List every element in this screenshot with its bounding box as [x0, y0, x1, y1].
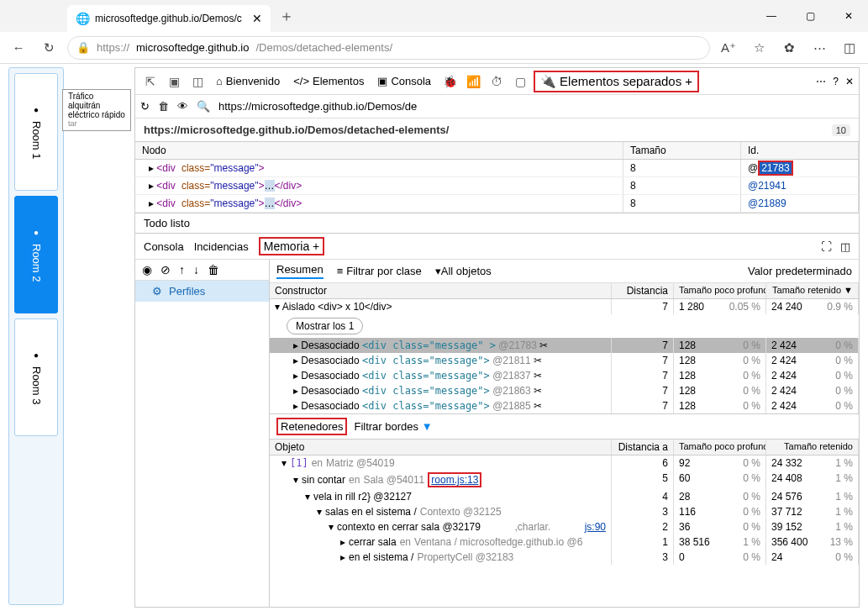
home-icon: ⌂: [216, 75, 223, 87]
refresh-button[interactable]: ↻: [37, 36, 60, 60]
bug-icon[interactable]: 🐞: [439, 75, 460, 88]
globe-icon: 🌐: [76, 12, 90, 25]
room-2[interactable]: Room 2: [14, 196, 58, 313]
minimize-button[interactable]: —: [752, 0, 791, 32]
gc-icon[interactable]: 🗑: [208, 263, 219, 276]
table-row[interactable]: ▸ <div class="message">…</div>8@21941: [135, 177, 859, 195]
memory-row[interactable]: ▸ Desasociado <div class="message"> @218…: [270, 368, 859, 383]
status-bar: Todo listo: [135, 213, 859, 234]
down-icon[interactable]: ↓: [193, 263, 199, 276]
tab-resumen[interactable]: Resumen: [276, 263, 324, 279]
source-link[interactable]: room.js:13: [428, 472, 481, 487]
show-button[interactable]: Mostrar los 1: [287, 318, 363, 334]
up-icon[interactable]: ↑: [179, 263, 185, 276]
room-3[interactable]: Room 3: [14, 319, 58, 436]
extensions-icon[interactable]: ✿: [777, 36, 801, 60]
devtools-tabs: ⇱ ▣ ◫ ⌂Bienvenido </>Elementos ▣Consola …: [135, 68, 859, 95]
devtools-toolbar: ↻ 🗑 👁 🔍 https://microsoftedge.github.io/…: [135, 95, 859, 118]
eye-icon[interactable]: 👁: [177, 100, 188, 113]
perf-icon[interactable]: ⏱: [487, 75, 507, 88]
retainer-row[interactable]: ▸ en el sistema / PropertyCell @32183300…: [270, 550, 859, 565]
app-icon[interactable]: ▢: [510, 75, 530, 88]
wifi-icon[interactable]: 📶: [463, 75, 483, 88]
table-row[interactable]: ▸ <div class="message">8@21783: [135, 160, 859, 177]
tab-incidencias[interactable]: Incidencias: [194, 240, 249, 253]
tooltip: Tráfico alquitrán eléctrico rápidotar: [62, 89, 131, 131]
sub-url: https://microsoftedge.github.io/Demos/de: [218, 100, 417, 113]
menu-icon[interactable]: ⋯: [808, 36, 831, 60]
record-icon[interactable]: ◉: [142, 263, 152, 276]
memory-sidebar: ◉ ⊘ ↑ ↓ 🗑 ⚙ Perfiles: [135, 260, 270, 607]
section-header: https://microsoftedge.github.io/Demos/de…: [135, 118, 859, 136]
drawer-expand-icon[interactable]: ⛶: [821, 240, 832, 253]
tab-elementos[interactable]: </>Elementos: [288, 75, 369, 87]
retainer-row[interactable]: ▾ salas en el sistema / Contexto @321253…: [270, 504, 859, 519]
memory-row[interactable]: ▸ Desasociado <div class="message"> @218…: [270, 353, 859, 368]
back-button[interactable]: ←: [7, 36, 30, 60]
filter-all[interactable]: ▾All objetos: [435, 265, 492, 277]
tab-bienvenido[interactable]: ⌂Bienvenido: [211, 75, 285, 87]
console-icon: ▣: [377, 75, 387, 87]
sort-valor[interactable]: Valor predeterminado: [748, 265, 852, 277]
filter-class[interactable]: Filtrar por clase: [337, 265, 422, 277]
sidebar-icon[interactable]: ◫: [838, 36, 861, 60]
memory-row[interactable]: ▸ Desasociado <div class="message"> @218…: [270, 398, 859, 413]
tab-title: microsoftedge.github.io/Demos/c: [95, 13, 242, 24]
memory-row[interactable]: ▸ Desasociado <div class="message"> @218…: [270, 383, 859, 398]
help-icon[interactable]: ?: [833, 76, 839, 87]
memory-header: Constructor Distancia Tamaño poco profun…: [270, 283, 859, 299]
titlebar: 🌐 microsoftedge.github.io/Demos/c ✕ ＋ — …: [0, 0, 868, 32]
devtools-panel: ⇱ ▣ ◫ ⌂Bienvenido </>Elementos ▣Consola …: [134, 67, 860, 608]
retainer-row[interactable]: ▾ [1] en Matriz @540196920 %24 3321 %: [270, 455, 859, 471]
tab-memoria[interactable]: Memoria +: [259, 237, 325, 255]
url-field[interactable]: 🔒 https://microsoftedge.github.io/Demos/…: [67, 36, 710, 60]
memory-row[interactable]: ▾ Aislado <div> x 10</div> 7 1 2800.05 %…: [270, 299, 859, 314]
close-tab-icon[interactable]: ✕: [252, 12, 262, 25]
delete-icon[interactable]: 🗑: [158, 100, 169, 113]
device-icon[interactable]: ▣: [164, 75, 184, 88]
room-1[interactable]: Room 1: [14, 73, 58, 191]
more-icon[interactable]: ⋯: [816, 76, 826, 87]
retainer-row[interactable]: ▾ vela in rill r2} @321274280 %24 5761 %: [270, 489, 859, 504]
retainers-tabs: Retenedores Filtrar bordes ▼: [270, 413, 859, 440]
profiles-item[interactable]: ⚙ Perfiles: [135, 281, 269, 302]
count-badge: 10: [832, 124, 850, 136]
source-link[interactable]: js:90: [585, 521, 606, 533]
retainer-row[interactable]: ▾ sin contar en Sala @54011 room.js:1356…: [270, 471, 859, 489]
memory-toolbar: Resumen Filtrar por clase ▾All objetos V…: [270, 260, 859, 283]
clear-icon[interactable]: ⊘: [160, 263, 171, 276]
lock-icon: 🔒: [76, 41, 90, 54]
table-row[interactable]: ▸ <div class="message">…</div>8@21889: [135, 195, 859, 213]
filter-edges[interactable]: Filtrar bordes ▼: [354, 420, 432, 433]
search-icon[interactable]: 🔍: [197, 100, 210, 113]
reader-icon[interactable]: A⁺: [717, 36, 740, 60]
retainer-row[interactable]: ▸ cerrar sala en Ventana / microsoftedge…: [270, 534, 859, 550]
page-sidebar: Room 1 Room 2 Room 3: [8, 67, 64, 605]
tab-consola[interactable]: ▣Consola: [372, 75, 436, 87]
reload-icon[interactable]: ↻: [140, 100, 150, 113]
memory-row[interactable]: ▸ Desasociado <div class="message" > @21…: [270, 338, 859, 353]
new-tab-button[interactable]: ＋: [279, 6, 294, 26]
drawer-dock-icon[interactable]: ◫: [840, 240, 850, 253]
dock-icon[interactable]: ◫: [187, 75, 208, 88]
browser-tab[interactable]: 🌐 microsoftedge.github.io/Demos/c ✕: [67, 5, 271, 32]
close-devtools-icon[interactable]: ✕: [845, 76, 854, 87]
settings-icon: ⚙: [152, 285, 162, 297]
plugin-icon: 🔌: [540, 74, 556, 89]
tab-consola-drawer[interactable]: Consola: [144, 240, 184, 253]
drawer-tabs: Consola Incidencias Memoria + ⛶◫: [135, 234, 859, 260]
inspect-icon[interactable]: ⇱: [140, 75, 160, 88]
close-window-button[interactable]: ✕: [829, 0, 868, 32]
code-icon: </>: [293, 75, 309, 87]
retainer-row[interactable]: ▾ contexto en cerrar sala @32179 ,charla…: [270, 519, 859, 534]
address-bar: ← ↻ 🔒 https://microsoftedge.github.io/De…: [0, 32, 868, 64]
retainers-header: Objeto Distancia a Tamaño poco profundo …: [270, 440, 859, 455]
tab-retenedores[interactable]: Retenedores: [276, 418, 347, 435]
favorite-icon[interactable]: ☆: [747, 36, 771, 60]
table-header: Nodo Tamaño Id.: [135, 141, 859, 160]
maximize-button[interactable]: ▢: [791, 0, 829, 32]
tab-detached-elements[interactable]: 🔌Elementos separados +: [534, 71, 699, 92]
